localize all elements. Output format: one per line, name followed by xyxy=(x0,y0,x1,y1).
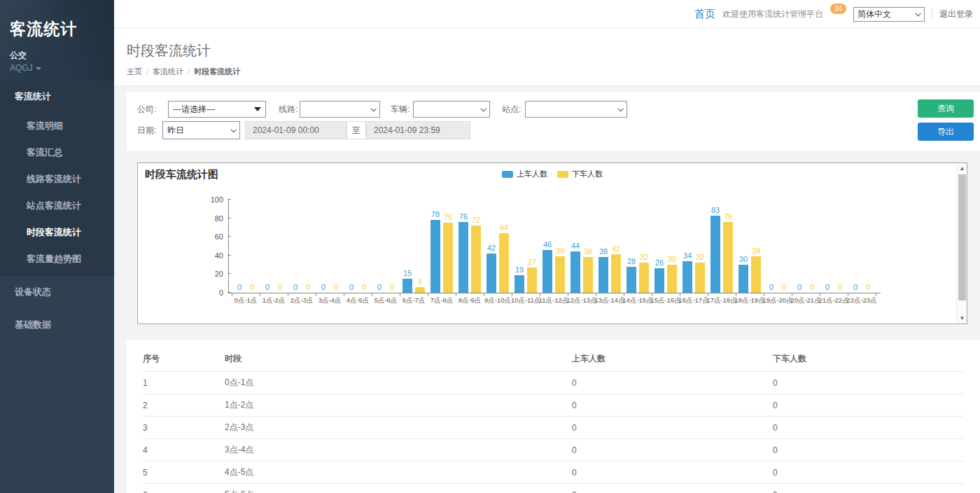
x-tick-mark xyxy=(260,293,260,296)
bar-wrap: 0 xyxy=(863,200,873,293)
sidebar-subitem[interactable]: 客流明细 xyxy=(0,113,114,139)
scrollbar-thumb[interactable] xyxy=(958,174,966,300)
bar-上车人数 xyxy=(626,267,636,293)
chart-bar-group: 1566点-7点 xyxy=(400,200,428,293)
bar-上车人数 xyxy=(430,220,440,293)
x-tick-mark xyxy=(288,293,288,296)
export-button[interactable]: 导出 xyxy=(918,123,974,141)
bar-上车人数 xyxy=(570,251,580,293)
bar-value-label: 0 xyxy=(334,283,338,291)
x-tick-mark xyxy=(456,293,456,296)
x-tick-mark xyxy=(568,293,568,296)
sidebar-item-0[interactable]: 客流统计 xyxy=(0,81,114,113)
vehicle-select[interactable] xyxy=(413,101,490,118)
bar-wrap: 0 xyxy=(766,200,776,293)
chart-bar-group: 343216点-17点 xyxy=(680,200,708,293)
bar-value-label: 64 xyxy=(500,223,508,232)
bar-value-label: 0 xyxy=(349,283,354,291)
bar-value-label: 0 xyxy=(293,283,298,291)
x-tick-mark xyxy=(848,293,848,296)
sidebar-subitem[interactable]: 站点客流统计 xyxy=(0,193,114,219)
sidebar-subitem[interactable]: 客流汇总 xyxy=(0,139,114,166)
line-select[interactable] xyxy=(300,101,380,118)
legend-item[interactable]: 下车人数 xyxy=(557,169,603,179)
chart-bar-group: 463911点-12点 xyxy=(540,200,568,293)
chevron-down-icon xyxy=(617,106,623,111)
x-axis-label: 21点-22点 xyxy=(818,296,848,305)
bar-value-label: 0 xyxy=(810,283,814,291)
station-select[interactable] xyxy=(525,101,627,118)
bar-wrap: 64 xyxy=(499,200,509,293)
breadcrumb-item[interactable]: 主页 xyxy=(127,67,142,76)
y-axis-label: 80 xyxy=(215,214,223,223)
vehicle-label: 车辆: xyxy=(391,101,410,118)
date-end-input[interactable]: 2024-01-09 23:59 xyxy=(366,121,470,139)
y-axis: 020406080100 xyxy=(202,200,223,293)
x-tick-mark xyxy=(680,293,680,296)
bar-wrap: 0 xyxy=(303,200,313,293)
table-cell: 4 xyxy=(143,439,225,461)
date-start-input[interactable]: 2024-01-09 00:00 xyxy=(245,121,346,139)
table-panel: 序号时段上车人数下车人数 10点-1点0021点-2点0032点-3点0043点… xyxy=(127,340,980,493)
user-menu[interactable]: AQGJ xyxy=(10,63,104,73)
bar-下车人数 xyxy=(415,287,425,293)
table-cell: 0 xyxy=(773,394,964,417)
sidebar-section-2: 基础数据 xyxy=(0,309,114,342)
bar-wrap: 38 xyxy=(583,200,593,293)
x-axis-label: 17点-18点 xyxy=(706,296,736,305)
sidebar-subitem[interactable]: 客流量趋势图 xyxy=(0,246,114,275)
bar-下车人数 xyxy=(723,222,733,293)
notification-badge[interactable]: 34 xyxy=(830,4,846,14)
x-axis-label: 13点-14点 xyxy=(594,296,624,305)
bar-value-label: 41 xyxy=(612,244,620,253)
logout-link[interactable]: 退出登录 xyxy=(939,8,973,20)
bar-wrap: 30 xyxy=(667,200,677,293)
table-cell: 3点-4点 xyxy=(225,439,572,461)
x-axis-label: 11点-12点 xyxy=(539,296,569,305)
query-button[interactable]: 查询 xyxy=(918,99,974,118)
y-axis-label: 0 xyxy=(219,289,223,297)
date-preset-select[interactable]: 昨日 xyxy=(162,121,240,139)
bar-value-label: 0 xyxy=(853,283,858,291)
chart-bar-group: 002点-3点 xyxy=(288,200,316,293)
legend-swatch xyxy=(502,171,513,178)
x-tick-mark xyxy=(652,293,652,296)
org-label: 公交 xyxy=(10,50,104,62)
bar-value-label: 30 xyxy=(668,255,676,263)
chart-bar-group: 0021点-22点 xyxy=(820,200,848,293)
bar-wrap: 0 xyxy=(275,200,285,293)
bar-下车人数 xyxy=(583,257,593,293)
x-axis-label: 2点-3点 xyxy=(290,296,314,305)
table-cell: 0 xyxy=(572,417,773,439)
table-cell: 0 xyxy=(773,417,964,439)
bar-上车人数 xyxy=(458,222,468,293)
sidebar-subitem[interactable]: 时段客流统计 xyxy=(0,219,114,246)
top-navbar: 首页 欢迎使用客流统计管理平台 34 简体中文 退出登录 xyxy=(114,0,980,29)
x-tick-mark xyxy=(512,293,512,296)
sidebar-item-2[interactable]: 基础数据 xyxy=(0,309,114,341)
bar-上车人数 xyxy=(542,250,552,293)
home-link[interactable]: 首页 xyxy=(694,8,715,21)
bar-下车人数 xyxy=(443,223,453,293)
legend-item[interactable]: 上车人数 xyxy=(502,169,547,179)
scroll-down-icon[interactable]: ▼ xyxy=(957,313,967,324)
line-label: 线路: xyxy=(279,101,298,118)
sidebar-subitem[interactable]: 线路客流统计 xyxy=(0,166,114,193)
chart-scrollbar[interactable]: ▲ ▼ xyxy=(956,163,967,324)
breadcrumb-item[interactable]: 客流统计 xyxy=(153,67,183,76)
bar-wrap: 0 xyxy=(850,200,860,293)
table-header-cell: 下车人数 xyxy=(773,347,964,372)
date-label: 日期: xyxy=(137,122,156,139)
bar-value-label: 26 xyxy=(655,258,664,267)
scroll-up-icon[interactable]: ▲ xyxy=(957,163,967,174)
chart-bar-group: 283214点-15点 xyxy=(624,200,652,293)
x-tick-mark xyxy=(820,293,820,296)
page-title: 时段客流统计 xyxy=(127,41,980,60)
language-select[interactable]: 简体中文 xyxy=(853,7,925,22)
chart-bar-group: 004点-5点 xyxy=(344,200,372,293)
company-select[interactable]: ---请选择--- xyxy=(168,101,266,118)
bar-wrap: 26 xyxy=(654,200,664,293)
table-row: 65点-6点00 xyxy=(143,484,964,493)
sidebar-item-1[interactable]: 设备状态 xyxy=(0,276,114,308)
bar-wrap: 0 xyxy=(262,200,272,293)
